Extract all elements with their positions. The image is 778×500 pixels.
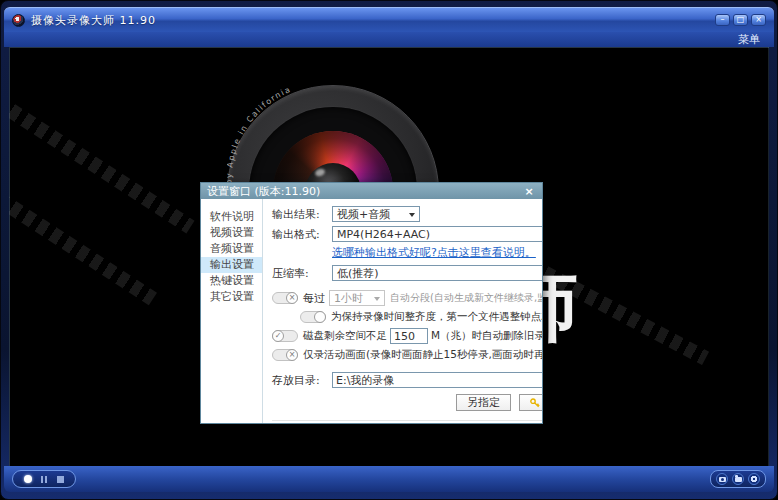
compression-label: 压缩率:: [272, 266, 332, 281]
output-result-dropdown[interactable]: 视频+音频: [332, 206, 420, 222]
stop-button[interactable]: [57, 476, 64, 483]
folder-icon: [735, 477, 742, 482]
dialog-footer: 保存 取消: [272, 420, 542, 423]
maximize-button[interactable]: □: [733, 14, 748, 26]
settings-button[interactable]: [748, 473, 760, 485]
disk-space-toggle[interactable]: ✓: [272, 330, 298, 342]
key-icon: [530, 398, 540, 408]
compression-dropdown[interactable]: 低(推荐): [332, 265, 542, 281]
encrypt-hide-dir-button[interactable]: 目录加密隐藏: [519, 394, 542, 411]
settings-dialog: 设置窗口 (版本:11.90) × 软件说明 视频设置 音频设置 输出设置 热键…: [200, 182, 543, 424]
sidebar-item-software-info[interactable]: 软件说明: [201, 209, 262, 225]
dialog-title: 设置窗口 (版本:11.90): [207, 184, 320, 199]
app-icon: [12, 14, 25, 27]
snapshot-button[interactable]: [716, 473, 728, 485]
record-button[interactable]: [24, 475, 32, 483]
sidebar-item-output-settings[interactable]: 输出设置: [201, 257, 262, 273]
disk-space-threshold-input[interactable]: [390, 328, 428, 344]
app-window: 摄像头录像大师 11.90 – □ × 菜单 Designed by Apple…: [0, 0, 778, 500]
transport-controls: [12, 470, 76, 488]
align-segment-toggle-knob: [314, 311, 326, 323]
dialog-close-icon[interactable]: ×: [522, 185, 536, 198]
titlebar: 摄像头录像大师 11.90 – □ ×: [4, 7, 774, 32]
motion-only-toggle[interactable]: ×: [272, 349, 298, 361]
pause-button[interactable]: [41, 476, 47, 483]
film-strip-decoration: [9, 184, 157, 306]
specify-dir-button[interactable]: 另指定: [456, 394, 511, 411]
dialog-titlebar: 设置窗口 (版本:11.90) ×: [201, 183, 542, 199]
open-folder-button[interactable]: [732, 473, 744, 485]
auto-segment-toggle-knob: ×: [286, 292, 298, 304]
format-help-link[interactable]: 选哪种输出格式好呢?点击这里查看说明。: [332, 245, 536, 260]
bottom-control-bar: [4, 466, 774, 492]
storage-dir-label: 存放目录:: [272, 373, 332, 388]
segment-interval-dropdown[interactable]: 1小时: [329, 290, 385, 306]
output-settings-panel: 输出结果: 视频+音频 输出格式: MP4(H264+AAC) 选哪种输出格式好…: [263, 199, 542, 423]
segment-prefix-label: 每过: [303, 291, 325, 306]
segment-hint-text: 自动分段(自动生成新文件继续录,监控用途时必选项): [390, 291, 542, 305]
menu-button[interactable]: 菜单: [738, 32, 760, 47]
film-strip-decoration: [9, 96, 195, 234]
disk-space-prefix: 磁盘剩余空间不足: [303, 329, 387, 343]
sidebar-item-hotkey-settings[interactable]: 热键设置: [201, 273, 262, 289]
specify-dir-button-label: 另指定: [467, 395, 500, 410]
gear-icon: [750, 475, 758, 483]
align-segment-text: 为保持录像时间整齐度，第一个文件遇整钟点就分段。: [331, 310, 542, 324]
app-title: 摄像头录像大师 11.90: [31, 13, 156, 28]
sidebar-item-video-settings[interactable]: 视频设置: [201, 225, 262, 241]
disk-space-toggle-knob: ✓: [272, 330, 284, 342]
disk-space-suffix: M（兆）时自动删除旧录像。: [431, 329, 542, 343]
auto-segment-toggle[interactable]: ×: [272, 292, 298, 304]
align-segment-toggle[interactable]: [300, 311, 326, 323]
storage-dir-input[interactable]: [332, 372, 542, 388]
camera-icon: [719, 477, 726, 482]
motion-only-text: 仅录活动画面(录像时画面静止15秒停录,画面动时再继续自动录): [303, 348, 542, 362]
menu-strip: 菜单: [4, 32, 774, 47]
output-format-label: 输出格式:: [272, 227, 332, 242]
output-format-dropdown[interactable]: MP4(H264+AAC): [332, 226, 542, 242]
sidebar-item-audio-settings[interactable]: 音频设置: [201, 241, 262, 257]
dialog-sidebar: 软件说明 视频设置 音频设置 输出设置 热键设置 其它设置: [201, 199, 263, 423]
tray-controls: [710, 470, 766, 488]
output-result-label: 输出结果:: [272, 207, 332, 222]
sidebar-item-other-settings[interactable]: 其它设置: [201, 289, 262, 305]
motion-only-toggle-knob: ×: [286, 349, 298, 361]
minimize-button[interactable]: –: [715, 14, 730, 26]
close-button[interactable]: ×: [751, 14, 766, 26]
